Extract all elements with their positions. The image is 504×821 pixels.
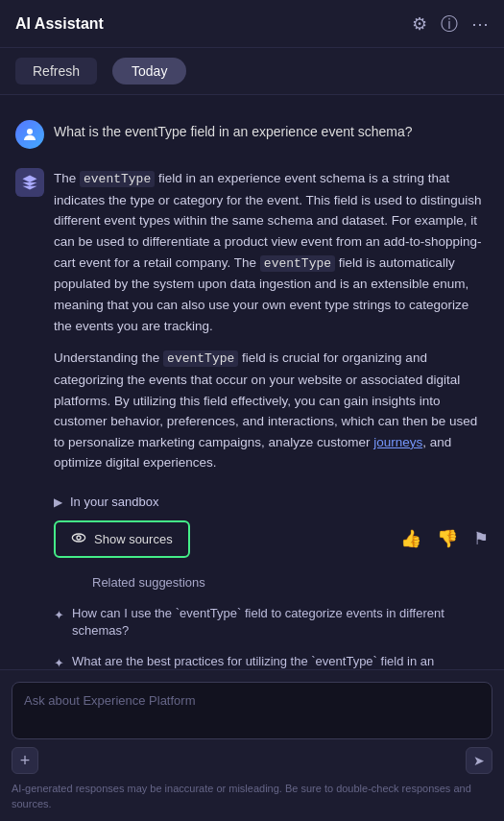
related-label: Related suggestions	[54, 573, 489, 593]
star-icon-1: ✦	[54, 606, 64, 626]
user-avatar	[15, 120, 44, 149]
suggestion-text-1: How can I use the `eventType` field to c…	[72, 605, 489, 640]
thumbs-up-icon[interactable]: 👍	[400, 525, 421, 553]
app-header: AI Assistant ⚙ ⓘ ⋯	[0, 0, 504, 48]
add-button[interactable]: +	[12, 747, 38, 774]
sources-row: Show sources 👍 👎 ⚑	[54, 520, 489, 569]
sandbox-arrow-icon: ▶	[54, 494, 62, 512]
user-message-text: What is the eventType field in an experi…	[54, 120, 413, 139]
eventtype-code-2: eventType	[260, 255, 335, 272]
ai-avatar	[15, 168, 44, 197]
ai-paragraph-1: The eventType field in an experience eve…	[54, 168, 489, 336]
list-item[interactable]: ✦ How can I use the `eventType` field to…	[54, 601, 489, 643]
send-button[interactable]: ➤	[466, 747, 492, 774]
ai-message: The eventType field in an experience eve…	[15, 158, 489, 691]
settings-icon[interactable]: ⚙	[412, 13, 427, 35]
input-area: Ask about Experience Platform + ➤ AI-gen…	[0, 669, 504, 821]
ai-paragraph-2: Understanding the eventType field is cru…	[54, 348, 489, 473]
ai-para2-text1: Understanding the	[54, 350, 163, 365]
action-icons-group: 👍 👎 ⚑	[400, 525, 489, 553]
disclaimer-text: AI-generated responses may be inaccurate…	[0, 782, 504, 821]
input-actions: + ➤	[0, 747, 504, 782]
flag-icon[interactable]: ⚑	[473, 525, 489, 553]
today-button[interactable]: Today	[112, 58, 186, 85]
ai-response-content: The eventType field in an experience eve…	[54, 168, 489, 691]
input-placeholder[interactable]: Ask about Experience Platform	[24, 693, 195, 708]
input-box: Ask about Experience Platform	[12, 682, 492, 739]
more-icon[interactable]: ⋯	[471, 13, 489, 35]
sandbox-section[interactable]: ▶ In your sandbox	[54, 485, 489, 520]
svg-point-1	[72, 534, 84, 542]
refresh-button[interactable]: Refresh	[15, 58, 97, 85]
eventtype-code-1: eventType	[80, 171, 155, 187]
user-message: What is the eventType field in an experi…	[15, 107, 489, 158]
eye-icon	[71, 530, 86, 548]
thumbs-down-icon[interactable]: 👎	[437, 525, 458, 553]
info-icon[interactable]: ⓘ	[441, 12, 458, 36]
eventtype-code-3: eventType	[163, 350, 238, 367]
app-title: AI Assistant	[15, 15, 104, 33]
header-icon-group: ⚙ ⓘ ⋯	[412, 12, 489, 36]
ai-para1-text1: The	[54, 171, 80, 185]
show-sources-label: Show sources	[94, 532, 173, 546]
journeys-link[interactable]: journeys	[373, 435, 422, 449]
svg-point-0	[27, 129, 33, 134]
sandbox-label: In your sandbox	[70, 493, 159, 513]
svg-point-2	[77, 536, 81, 540]
toolbar: Refresh Today	[0, 48, 504, 95]
show-sources-button[interactable]: Show sources	[54, 520, 190, 558]
